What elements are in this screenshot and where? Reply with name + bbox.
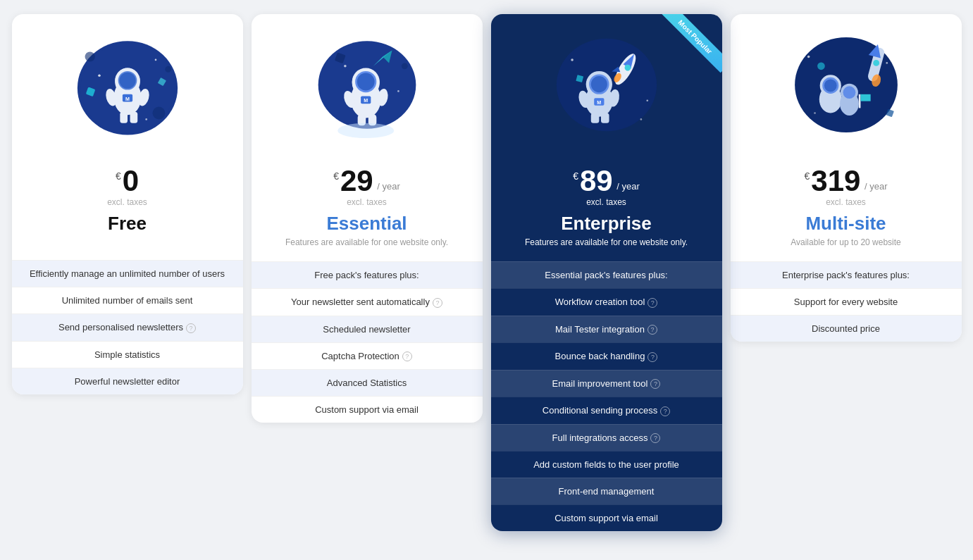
svg-point-39: [337, 123, 394, 137]
feature-row: Add custom fields to the user profile: [491, 451, 722, 478]
svg-text:M: M: [597, 100, 601, 106]
feature-row: Email improvement tool?: [491, 370, 722, 397]
feature-row: Scheduled newsletter: [252, 316, 483, 342]
help-icon[interactable]: ?: [433, 298, 442, 308]
svg-rect-12: [120, 111, 128, 123]
svg-point-9: [119, 72, 135, 88]
svg-point-38: [397, 90, 399, 92]
plan-pricing: € 0 excl. taxes Free: [12, 155, 243, 260]
price-currency: €: [333, 170, 339, 182]
feature-row: Discounted price: [731, 315, 962, 342]
svg-point-50: [590, 76, 607, 92]
price-amount: 89: [580, 166, 613, 196]
features-list: Free pack's features plus: Your newslett…: [252, 261, 483, 423]
feature-row: Free pack's features plus:: [252, 261, 483, 288]
svg-point-65: [873, 59, 879, 66]
price-tax: excl. taxes: [18, 197, 237, 207]
pricing-container: M € 0 excl. taxes Free: [8, 14, 966, 531]
svg-point-78: [817, 62, 825, 70]
plan-subtitle: Features are available for one website o…: [257, 237, 477, 247]
svg-rect-55: [590, 113, 599, 123]
feature-row: Powerful newsletter editor: [12, 368, 243, 394]
price-period: / year: [862, 181, 887, 192]
svg-point-3: [165, 66, 171, 72]
plan-subtitle: Available for up to 20 website: [736, 237, 956, 247]
help-icon[interactable]: ?: [660, 406, 670, 416]
price-tax: excl. taxes: [736, 197, 956, 207]
svg-point-76: [886, 62, 888, 64]
feature-row: Essential pack's features plus:: [491, 261, 722, 288]
plan-subtitle: Features are available for one website o…: [497, 237, 717, 247]
price-tax: excl. taxes: [497, 197, 717, 207]
help-icon[interactable]: ?: [186, 323, 196, 333]
feature-row: Simple statistics: [12, 341, 243, 368]
help-icon[interactable]: ?: [650, 379, 660, 389]
feature-row: Support for every website: [731, 288, 962, 315]
plan-illustration: [731, 14, 962, 155]
most-popular-badge: Most Popular: [652, 14, 722, 85]
svg-point-18: [145, 118, 147, 120]
svg-rect-73: [858, 94, 860, 108]
feature-row: Unlimited number of emails sent: [12, 287, 243, 313]
svg-point-69: [824, 79, 836, 92]
price-amount: 29: [340, 166, 373, 196]
feature-row: Efficiently manage an unlimited number o…: [12, 260, 243, 287]
plan-illustration: M: [12, 14, 243, 155]
plan-name: Free: [18, 213, 237, 235]
plan-pricing: € 89 / year excl. taxes Enterprise Featu…: [491, 155, 722, 261]
feature-row: Captcha Protection?: [252, 342, 483, 370]
svg-text:M: M: [125, 96, 130, 101]
feature-row: Custom support via email: [252, 396, 483, 423]
feature-row: Bounce back handling?: [491, 342, 722, 370]
plan-pricing: € 319 / year excl. taxes Multi-site Avai…: [731, 155, 962, 261]
feature-row: Your newsletter sent automatically?: [252, 288, 483, 316]
price-currency: €: [805, 170, 810, 182]
plan-name: Essential: [257, 213, 477, 235]
svg-text:M: M: [364, 98, 368, 104]
feature-row: Send personalised newsletters?: [12, 313, 243, 341]
svg-point-58: [646, 99, 648, 101]
plan-name: Multi-site: [736, 213, 956, 235]
svg-point-59: [640, 118, 642, 120]
price-period: / year: [614, 181, 640, 192]
features-list: Efficiently manage an unlimited number o…: [12, 260, 243, 394]
plan-card-essential: M € 29 / year excl. taxes Essential Feat…: [252, 14, 483, 423]
svg-point-4: [152, 106, 165, 119]
svg-point-37: [344, 65, 347, 68]
svg-point-25: [401, 63, 407, 69]
svg-point-17: [154, 58, 156, 61]
feature-row: Full integrations access?: [491, 424, 722, 452]
feature-row: Mail Tester integration?: [491, 316, 722, 343]
svg-point-75: [807, 55, 810, 58]
feature-row: Advanced Statistics: [252, 369, 483, 396]
svg-rect-56: [601, 113, 609, 123]
price-period: / year: [375, 181, 400, 192]
plan-card-free: M € 0 excl. taxes Free: [12, 14, 243, 394]
price-tax: excl. taxes: [257, 197, 477, 207]
help-icon[interactable]: ?: [650, 433, 660, 443]
svg-point-16: [98, 74, 101, 77]
svg-rect-74: [860, 94, 870, 101]
plan-illustration: M: [252, 14, 483, 155]
svg-point-77: [814, 112, 816, 114]
feature-row: Custom support via email: [491, 504, 722, 531]
help-icon[interactable]: ?: [647, 352, 657, 362]
plan-card-enterprise: Most Popular M: [491, 14, 722, 531]
price-currency: €: [573, 170, 578, 182]
svg-point-2: [85, 51, 94, 61]
price-amount: 319: [811, 166, 860, 196]
help-icon[interactable]: ?: [402, 351, 412, 361]
price-currency: €: [116, 170, 121, 182]
plan-name: Enterprise: [497, 213, 717, 235]
price-amount: 0: [123, 166, 139, 196]
svg-point-30: [357, 73, 374, 90]
feature-row: Front-end management: [491, 478, 722, 504]
help-icon[interactable]: ?: [647, 325, 657, 335]
feature-row: Workflow creation tool?: [491, 288, 722, 316]
feature-row: Conditional sending process?: [491, 397, 722, 424]
plan-pricing: € 29 / year excl. taxes Essential Featur…: [252, 155, 483, 261]
help-icon[interactable]: ?: [647, 298, 657, 308]
features-list: Essential pack's features plus: Workflow…: [491, 261, 722, 531]
plan-card-multisite: € 319 / year excl. taxes Multi-site Avai…: [731, 14, 962, 342]
features-list: Enterprise pack's features plus: Support…: [731, 261, 962, 342]
